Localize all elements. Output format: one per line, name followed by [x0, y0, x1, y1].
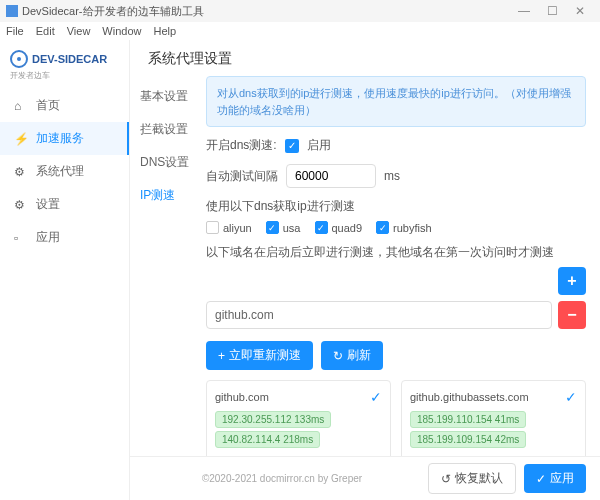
retest-button[interactable]: +立即重新测速 — [206, 341, 313, 370]
gear-icon: ⚙ — [14, 198, 28, 212]
menu-bar: File Edit View Window Help — [0, 22, 600, 40]
home-icon: ⌂ — [14, 99, 28, 113]
speed-card: github.com✓ 192.30.255.112 133ms 140.82.… — [206, 380, 391, 456]
remove-domain-button[interactable]: − — [558, 301, 586, 329]
tabs: 基本设置 拦截设置 DNS设置 IP测速 — [130, 76, 202, 456]
sidebar-item-proxy[interactable]: ⚙ 系统代理 — [0, 155, 129, 188]
refresh-icon: ↻ — [333, 349, 343, 363]
speed-result: 140.82.114.4 218ms — [215, 431, 320, 448]
menu-file[interactable]: File — [6, 25, 24, 37]
enable-text: 启用 — [307, 137, 331, 154]
info-alert: 对从dns获取到的ip进行测速，使用速度最快的ip进行访问。（对使用增强功能的域… — [206, 76, 586, 127]
dns-option-rubyfish[interactable]: ✓rubyfish — [376, 221, 432, 234]
card-host: github.com — [215, 391, 269, 403]
logo-subtitle: 开发者边车 — [0, 70, 129, 89]
sidebar-item-settings[interactable]: ⚙ 设置 — [0, 188, 129, 221]
page-title: 系统代理设置 — [130, 50, 600, 76]
check-icon: ✓ — [565, 389, 577, 405]
sidebar-item-label: 首页 — [36, 97, 60, 114]
checkbox-icon: ✓ — [266, 221, 279, 234]
undo-icon: ↺ — [441, 472, 451, 486]
sidebar-item-label: 系统代理 — [36, 163, 84, 180]
menu-view[interactable]: View — [67, 25, 91, 37]
sidebar-item-label: 加速服务 — [36, 130, 84, 147]
proxy-icon: ⚙ — [14, 165, 28, 179]
speed-result: 192.30.255.112 133ms — [215, 411, 331, 428]
menu-help[interactable]: Help — [153, 25, 176, 37]
refresh-button[interactable]: ↻刷新 — [321, 341, 383, 370]
sidebar-item-accelerate[interactable]: ⚡ 加速服务 — [0, 122, 129, 155]
tab-intercept[interactable]: 拦截设置 — [130, 113, 202, 146]
card-host: github.githubassets.com — [410, 391, 529, 403]
checkbox-icon: ✓ — [315, 221, 328, 234]
menu-window[interactable]: Window — [102, 25, 141, 37]
interval-label: 自动测试间隔 — [206, 168, 278, 185]
sidebar: DEV-SIDECAR 开发者边车 ⌂ 首页 ⚡ 加速服务 ⚙ 系统代理 ⚙ 设… — [0, 40, 130, 500]
maximize-button[interactable]: ☐ — [538, 4, 566, 18]
window-title: DevSidecar-给开发者的边车辅助工具 — [22, 4, 204, 19]
tab-dns[interactable]: DNS设置 — [130, 146, 202, 179]
speed-result: 185.199.110.154 41ms — [410, 411, 526, 428]
interval-input[interactable] — [286, 164, 376, 188]
checkbox-icon: ✓ — [376, 221, 389, 234]
footer: ©2020-2021 docmirror.cn by Greper ↺恢复默认 … — [130, 456, 600, 500]
interval-unit: ms — [384, 169, 400, 183]
domain-hint: 以下域名在启动后立即进行测速，其他域名在第一次访问时才测速 — [206, 244, 586, 261]
title-bar: DevSidecar-给开发者的边车辅助工具 — ☐ ✕ — [0, 0, 600, 22]
dns-option-quad9[interactable]: ✓quad9 — [315, 221, 363, 234]
apps-icon: ▫ — [14, 231, 28, 245]
tab-basic[interactable]: 基本设置 — [130, 80, 202, 113]
settings-panel: 对从dns获取到的ip进行测速，使用速度最快的ip进行访问。（对使用增强功能的域… — [202, 76, 600, 456]
dns-section-label: 使用以下dns获取ip进行测速 — [206, 198, 586, 215]
logo-icon — [10, 50, 28, 68]
dns-options: aliyun ✓usa ✓quad9 ✓rubyfish — [206, 221, 586, 234]
close-button[interactable]: ✕ — [566, 4, 594, 18]
speed-result: 185.199.109.154 42ms — [410, 431, 526, 448]
sidebar-item-home[interactable]: ⌂ 首页 — [0, 89, 129, 122]
dns-option-aliyun[interactable]: aliyun — [206, 221, 252, 234]
copyright: ©2020-2021 docmirror.cn by Greper — [144, 473, 420, 484]
enable-checkbox[interactable]: ✓ — [285, 139, 299, 153]
menu-edit[interactable]: Edit — [36, 25, 55, 37]
reset-button[interactable]: ↺恢复默认 — [428, 463, 516, 494]
dns-option-usa[interactable]: ✓usa — [266, 221, 301, 234]
minimize-button[interactable]: — — [510, 4, 538, 18]
sidebar-item-apps[interactable]: ▫ 应用 — [0, 221, 129, 254]
domain-input[interactable] — [206, 301, 552, 329]
checkbox-icon — [206, 221, 219, 234]
check-icon: ✓ — [370, 389, 382, 405]
speed-card: github.githubassets.com✓ 185.199.110.154… — [401, 380, 586, 456]
bolt-icon: ⚡ — [14, 132, 28, 146]
check-icon: ✓ — [536, 472, 546, 486]
tab-ip-speed[interactable]: IP测速 — [130, 179, 202, 212]
sidebar-item-label: 设置 — [36, 196, 60, 213]
plus-icon: + — [218, 349, 225, 363]
enable-label: 开启dns测速: — [206, 137, 277, 154]
app-icon — [6, 5, 18, 17]
apply-button[interactable]: ✓应用 — [524, 464, 586, 493]
add-domain-button[interactable]: + — [558, 267, 586, 295]
sidebar-item-label: 应用 — [36, 229, 60, 246]
